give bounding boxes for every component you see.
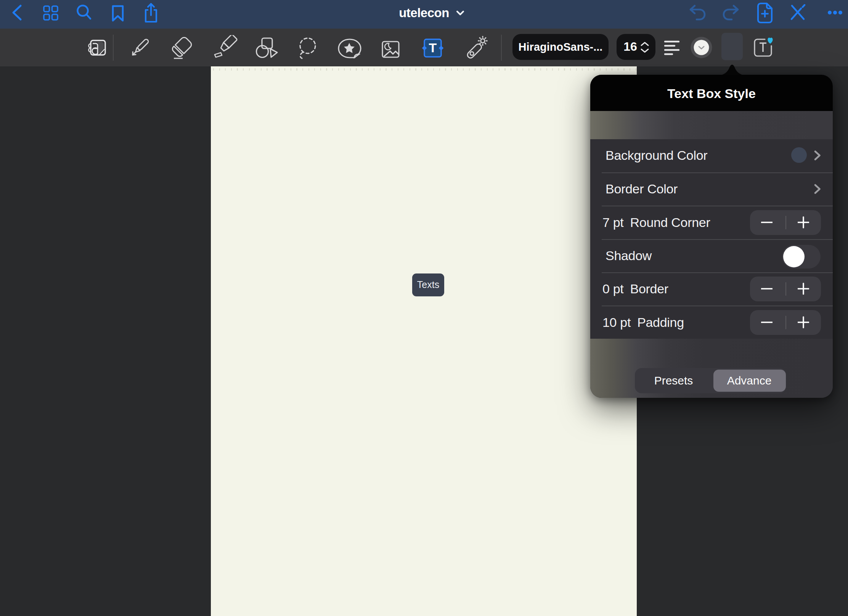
svg-text:T: T xyxy=(429,40,437,55)
